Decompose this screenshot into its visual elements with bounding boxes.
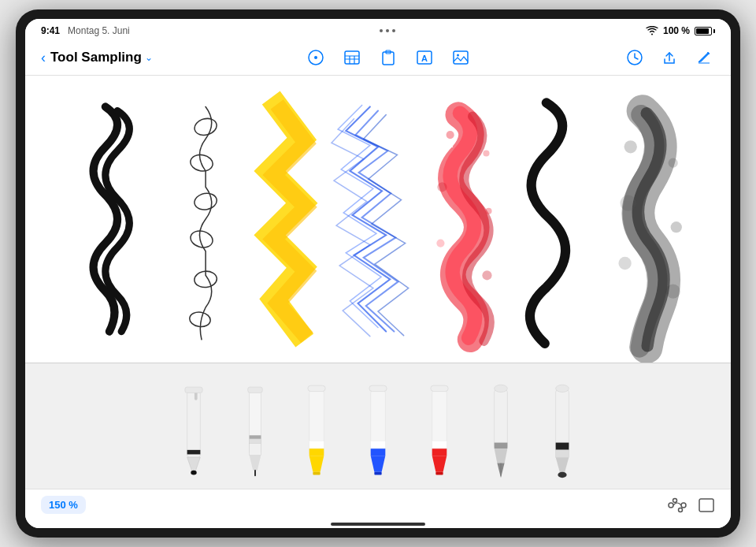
svg-rect-50 <box>313 472 320 475</box>
history-button[interactable] <box>624 47 646 69</box>
svg-rect-58 <box>369 385 387 391</box>
toolbar-left: ‹ Tool Sampling ⌄ <box>41 50 153 65</box>
tool-pencil[interactable] <box>172 377 215 479</box>
nodes-icon[interactable] <box>668 497 687 513</box>
svg-rect-46 <box>248 387 263 393</box>
image-button[interactable] <box>450 47 472 69</box>
svg-point-1 <box>314 56 317 59</box>
svg-rect-39 <box>185 387 202 393</box>
svg-point-76 <box>556 385 569 392</box>
svg-rect-63 <box>432 441 447 448</box>
stroke-scribble-blue <box>332 105 409 336</box>
svg-point-31 <box>671 221 682 233</box>
svg-rect-71 <box>556 390 569 448</box>
svg-rect-81 <box>699 499 713 512</box>
table-button[interactable] <box>341 47 363 69</box>
home-bar <box>331 523 425 526</box>
svg-rect-64 <box>431 385 448 391</box>
tool-fine-pen[interactable] <box>234 377 276 479</box>
svg-point-75 <box>558 472 566 478</box>
marker-blue-svg <box>357 377 399 479</box>
brush-svg <box>541 377 584 479</box>
dot3 <box>392 29 395 32</box>
fountain-pen-svg <box>480 377 522 479</box>
svg-rect-56 <box>374 472 381 475</box>
frame-icon[interactable] <box>698 497 715 513</box>
ipad-frame: 9:41 Montag 5. Juni 100 % <box>16 9 740 538</box>
svg-point-30 <box>620 195 636 210</box>
svg-point-79 <box>673 498 677 502</box>
svg-point-77 <box>669 503 673 508</box>
dot2 <box>386 29 389 32</box>
svg-rect-34 <box>187 392 201 458</box>
canvas-area[interactable] <box>25 76 731 363</box>
svg-point-22 <box>447 131 454 139</box>
clipboard-button[interactable] <box>377 47 399 69</box>
svg-point-28 <box>624 140 637 153</box>
text-button[interactable]: A <box>413 47 435 69</box>
svg-rect-60 <box>432 448 447 456</box>
svg-rect-2 <box>345 51 359 64</box>
stroke-splatter-dark <box>618 111 681 348</box>
document-title: Tool Sampling <box>50 50 142 65</box>
svg-marker-74 <box>556 457 569 473</box>
tool-marker-blue[interactable] <box>357 377 399 479</box>
svg-point-18 <box>193 192 218 211</box>
back-button[interactable]: ‹ <box>41 50 46 65</box>
svg-marker-55 <box>371 456 386 471</box>
home-indicator <box>25 522 731 528</box>
status-time-date: 9:41 Montag 5. Juni <box>41 25 130 36</box>
marker-red-svg <box>418 377 461 479</box>
time: 9:41 <box>41 25 60 36</box>
title-area: Tool Sampling ⌄ <box>50 50 153 65</box>
tool-fountain-pen[interactable] <box>480 377 522 479</box>
svg-rect-11 <box>454 51 468 64</box>
toolbar-right <box>624 47 715 69</box>
svg-point-24 <box>437 182 447 192</box>
svg-rect-48 <box>309 448 324 456</box>
svg-marker-49 <box>309 456 324 471</box>
stroke-loops-thin <box>189 106 219 339</box>
svg-rect-66 <box>495 443 508 448</box>
svg-rect-41 <box>250 435 261 439</box>
share-button[interactable] <box>658 47 680 69</box>
title-dropdown-icon[interactable]: ⌄ <box>145 52 153 63</box>
svg-point-33 <box>666 284 680 298</box>
tool-marker-yellow[interactable] <box>295 377 338 479</box>
svg-point-78 <box>681 503 686 508</box>
date: Montag 5. Juni <box>68 25 130 36</box>
stroke-splatter-red <box>436 113 491 341</box>
svg-rect-72 <box>556 443 569 450</box>
edit-button[interactable] <box>693 47 715 69</box>
marker-yellow-svg <box>295 377 338 479</box>
back-chevron-icon: ‹ <box>41 50 46 65</box>
zoom-level[interactable]: 150 % <box>41 496 86 514</box>
pencil-svg <box>172 377 215 479</box>
battery-percent: 100 % <box>663 25 690 36</box>
svg-point-16 <box>193 116 219 137</box>
svg-point-29 <box>669 158 678 168</box>
svg-rect-57 <box>371 441 386 448</box>
svg-marker-61 <box>432 456 447 471</box>
svg-point-37 <box>191 471 196 475</box>
svg-marker-67 <box>495 448 508 463</box>
toolbar-center: A <box>305 47 472 69</box>
svg-point-27 <box>482 270 491 280</box>
svg-text:A: A <box>421 54 428 63</box>
svg-rect-62 <box>435 472 443 475</box>
svg-point-70 <box>495 385 508 392</box>
annotate-button[interactable] <box>305 47 327 69</box>
svg-point-32 <box>618 257 631 270</box>
wifi-icon <box>646 26 658 35</box>
drawings-svg <box>25 76 731 363</box>
stroke-squiggle-black-thick <box>94 106 130 331</box>
svg-rect-42 <box>250 439 261 444</box>
svg-point-12 <box>457 54 459 56</box>
tool-marker-red[interactable] <box>418 377 461 479</box>
tool-brush[interactable] <box>541 377 584 479</box>
ipad-screen: 9:41 Montag 5. Juni 100 % <box>25 19 731 528</box>
tools-panel <box>25 363 731 489</box>
svg-rect-43 <box>250 444 261 456</box>
svg-rect-73 <box>556 450 569 457</box>
svg-rect-52 <box>308 385 325 391</box>
